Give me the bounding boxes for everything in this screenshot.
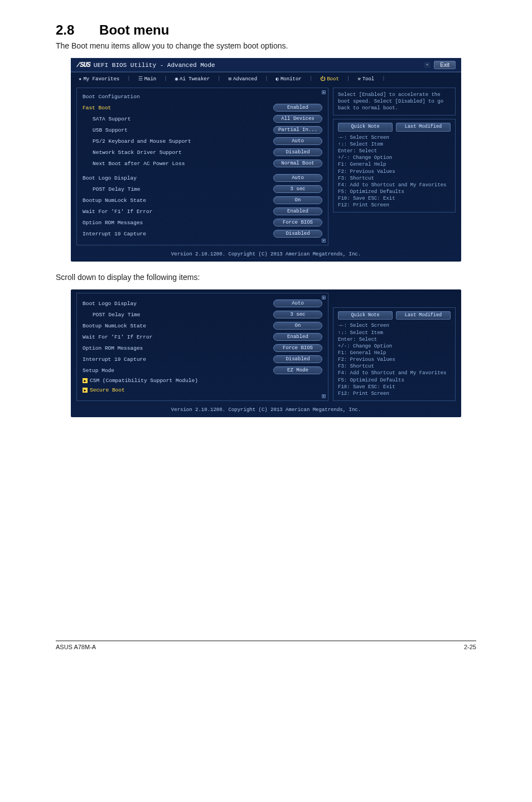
submenu-arrow-icon: ▶ xyxy=(83,388,88,393)
nav-help-line: F2: Previous Values xyxy=(338,356,451,363)
setting-value[interactable]: Normal Boot xyxy=(273,160,322,167)
setting-row[interactable]: Setup ModeEZ Mode xyxy=(83,365,322,376)
setting-row[interactable]: SATA SupportAll Devices xyxy=(83,113,322,124)
setting-value[interactable]: Force BIOS xyxy=(273,219,322,226)
setting-value[interactable]: On xyxy=(273,196,322,204)
setting-value[interactable]: Disabled xyxy=(273,230,322,238)
setting-row[interactable]: Next Boot after AC Power LossNormal Boot xyxy=(83,158,322,169)
settings-panel: ▴ Boot Configuration Fast BootEnabledSAT… xyxy=(76,88,328,245)
quick-note-button[interactable]: Quick Note xyxy=(338,311,393,320)
setting-row[interactable]: Wait For 'F1' If ErrorEnabled xyxy=(83,206,322,217)
setting-label: Wait For 'F1' If Error xyxy=(83,334,152,340)
setting-label: Bootup NumLock State xyxy=(83,323,146,329)
setting-label: Next Boot after AC Power Loss xyxy=(83,161,185,167)
submenu-label: Secure Boot xyxy=(90,387,125,393)
setting-row[interactable]: USB SupportPartial In... xyxy=(83,124,322,136)
setting-value[interactable]: 3 sec xyxy=(273,185,322,193)
setting-row[interactable]: Boot Logo DisplayAuto xyxy=(83,298,322,309)
menu-ai-tweaker[interactable]: ◉Ai Tweaker xyxy=(175,76,210,82)
language-icon[interactable]: ▫ xyxy=(424,62,431,68)
submenu-link[interactable]: ▶CSM (Compatibility Support Module) xyxy=(83,376,322,385)
menu-boot[interactable]: ⏻Boot xyxy=(320,76,339,82)
nav-help-line: →←: Select Screen xyxy=(338,322,451,329)
wrench-icon: ⚒ xyxy=(357,76,360,82)
setting-row[interactable]: Wait For 'F1' If ErrorEnabled xyxy=(83,331,322,342)
setting-label: Interrupt 19 Capture xyxy=(83,356,146,363)
setting-value[interactable]: Auto xyxy=(273,299,322,307)
submenu-label: CSM (Compatibility Support Module) xyxy=(90,378,198,384)
quick-note-button[interactable]: Quick Note xyxy=(338,123,393,131)
chip-icon: ⊞ xyxy=(229,76,231,82)
nav-help-line: F5: Optimized Defaults xyxy=(338,377,451,384)
scroll-down-icon[interactable]: ▾ xyxy=(322,394,326,398)
nav-help-line: ↑↓: Select Item xyxy=(338,141,451,148)
setting-value[interactable]: 3 sec xyxy=(273,311,322,318)
menu-monitor[interactable]: ◐Monitor xyxy=(276,76,302,82)
help-panel: Select [Enabled] to accelerate the boot … xyxy=(333,88,456,115)
bios-menubar: ★My Favorites | ☰Main | ◉Ai Tweaker | ⊞A… xyxy=(71,73,461,84)
scroll-down-icon[interactable]: ▾ xyxy=(322,239,326,243)
star-icon: ★ xyxy=(79,76,81,82)
nav-help-line: F4: Add to Shortcut and My Favorites xyxy=(338,370,451,376)
nav-help-line: F3: Shortcut xyxy=(338,363,451,370)
nav-help-line: F12: Print Screen xyxy=(338,390,451,397)
nav-help-line: F1: General Help xyxy=(338,350,451,356)
nav-help-panel-2: Quick Note Last Modified →←: Select Scre… xyxy=(333,307,456,401)
setting-label: Boot Logo Display xyxy=(83,301,137,307)
nav-help-line: F10: Save ESC: Exit xyxy=(338,384,451,390)
last-modified-button[interactable]: Last Modified xyxy=(396,123,451,131)
scroll-up-icon[interactable]: ▴ xyxy=(322,296,326,299)
scroll-up-icon[interactable]: ▴ xyxy=(322,90,326,94)
bios-titlebar: /SUS UEFI BIOS Utility - Advanced Mode ▫… xyxy=(71,58,461,73)
menu-my-favorites[interactable]: ★My Favorites xyxy=(79,76,119,82)
setting-row[interactable]: Network Stack Driver SupportDisabled xyxy=(83,147,322,158)
nav-help-line: +/-: Change Option xyxy=(338,154,451,161)
setting-row[interactable]: Interrupt 19 CaptureDisabled xyxy=(83,228,322,239)
setting-label: Interrupt 19 Capture xyxy=(83,231,146,237)
menu-advanced[interactable]: ⊞Advanced xyxy=(229,76,258,82)
setting-row[interactable]: Fast BootEnabled xyxy=(83,102,322,113)
submenu-link[interactable]: ▶Secure Boot xyxy=(83,385,322,395)
setting-value[interactable]: EZ Mode xyxy=(273,366,322,374)
setting-row[interactable]: Bootup NumLock StateOn xyxy=(83,195,322,206)
setting-row[interactable]: Interrupt 19 CaptureDisabled xyxy=(83,354,322,365)
menu-main[interactable]: ☰Main xyxy=(138,76,157,82)
bios-footer: Version 2.10.1208. Copyright (C) 2013 Am… xyxy=(71,249,461,258)
setting-value[interactable]: Enabled xyxy=(273,104,322,112)
section-title: Boot menu xyxy=(99,22,169,37)
menu-tool[interactable]: ⚒Tool xyxy=(357,76,374,82)
setting-row[interactable]: POST Delay Time3 sec xyxy=(83,183,322,195)
setting-value[interactable]: Force BIOS xyxy=(273,344,322,352)
setting-label: Bootup NumLock State xyxy=(83,197,146,204)
setting-row[interactable]: PS/2 Keyboard and Mouse SupportAuto xyxy=(83,136,322,147)
setting-row[interactable]: Bootup NumLock StateOn xyxy=(83,320,322,331)
setting-value[interactable]: Enabled xyxy=(273,333,322,341)
setting-row[interactable]: Option ROM MessagesForce BIOS xyxy=(83,217,322,228)
asus-logo: /SUS xyxy=(76,61,90,69)
setting-value[interactable]: On xyxy=(273,322,322,330)
setting-value[interactable]: Auto xyxy=(273,174,322,182)
setting-row[interactable]: Option ROM MessagesForce BIOS xyxy=(83,342,322,354)
section-heading: 2.8 Boot menu xyxy=(56,22,476,38)
page-footer: ASUS A78M-A 2-25 xyxy=(56,640,476,650)
exit-button[interactable]: Exit xyxy=(434,61,456,69)
setting-value[interactable]: All Devices xyxy=(273,115,322,123)
setting-value[interactable]: Disabled xyxy=(273,355,322,363)
nav-help-line: F5: Optimized Defaults xyxy=(338,189,451,195)
setting-value[interactable]: Partial In... xyxy=(273,126,322,134)
nav-help-line: ↑↓: Select Item xyxy=(338,330,451,336)
bios-screenshot-2: ▴ Boot Logo DisplayAutoPOST Delay Time3 … xyxy=(71,289,461,417)
footer-page-number: 2-25 xyxy=(464,644,476,650)
setting-label: Fast Boot xyxy=(83,105,111,111)
setting-row[interactable]: Boot Logo DisplayAuto xyxy=(83,172,322,183)
last-modified-button[interactable]: Last Modified xyxy=(396,311,451,320)
setting-row[interactable]: POST Delay Time3 sec xyxy=(83,309,322,320)
setting-label: Network Stack Driver Support xyxy=(83,149,182,156)
setting-value[interactable]: Auto xyxy=(273,137,322,145)
setting-value[interactable]: Enabled xyxy=(273,207,322,215)
setting-label: POST Delay Time xyxy=(83,186,141,192)
setting-value[interactable]: Disabled xyxy=(273,148,322,156)
setting-label: Option ROM Messages xyxy=(83,345,143,351)
setting-label: Setup Mode xyxy=(83,368,114,374)
setting-label: USB Support xyxy=(83,127,128,133)
